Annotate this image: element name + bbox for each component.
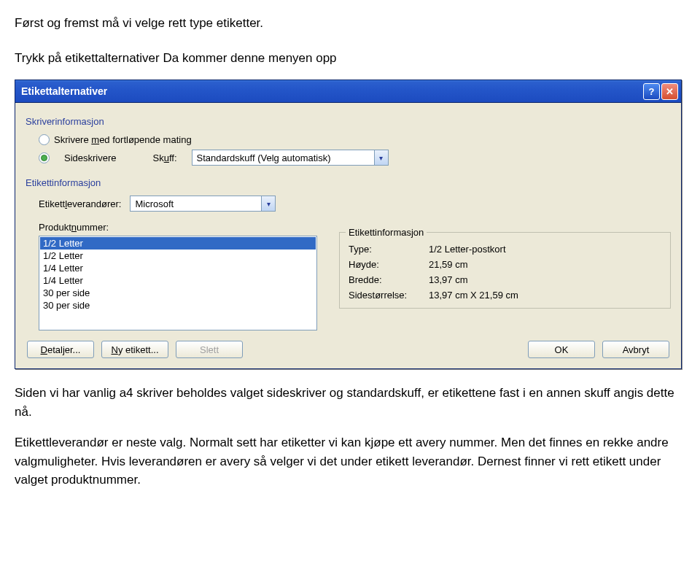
product-columns: Produktnummer: 1/2 Letter 1/2 Letter 1/4… [26, 217, 671, 330]
width-value: 13,97 cm [429, 274, 661, 285]
radio-continuous-label: Skrivere med fortløpende mating [54, 134, 192, 145]
vendor-value: Microsoft [135, 198, 174, 209]
after-paragraphs: Siden vi har vanlig a4 skriver beholdes … [15, 384, 685, 490]
intro-paragraph: Først og fremst må vi velge rett type et… [15, 15, 685, 66]
delete-button: Slett [176, 341, 243, 358]
type-label: Type: [349, 244, 429, 255]
height-value: 21,59 cm [429, 259, 661, 270]
tray-dropdown[interactable]: Standardskuff (Velg automatisk) ▾ [192, 150, 389, 166]
label-info-box: Etikettinformasjon Type: 1/2 Letter-post… [339, 232, 671, 309]
button-row: Detaljer... Ny etikett... Slett OK Avbry… [26, 341, 671, 358]
tray-value: Standardskuff (Velg automatisk) [197, 152, 331, 163]
chevron-down-icon[interactable]: ▾ [374, 150, 388, 165]
radio-page-label: Sideskrivere [64, 152, 117, 163]
vendor-dropdown[interactable]: Microsoft ▾ [130, 196, 276, 212]
product-list-column: Produktnummer: 1/2 Letter 1/2 Letter 1/4… [26, 217, 317, 330]
label-info-column: Etikettinformasjon Type: 1/2 Letter-post… [339, 217, 671, 330]
button-group-left: Detaljer... Ny etikett... Slett [27, 341, 243, 358]
vendor-row: Etikettleverandører: Microsoft ▾ [39, 196, 671, 212]
height-label: Høyde: [349, 259, 429, 270]
vendor-label: Etikettleverandører: [39, 198, 121, 209]
dialog-body: Skriverinformasjon Skrivere med fortløpe… [15, 103, 681, 368]
help-icon[interactable]: ? [643, 83, 660, 100]
ok-button[interactable]: OK [528, 341, 595, 358]
list-item[interactable]: 1/4 Letter [40, 274, 316, 287]
close-icon[interactable]: ✕ [661, 83, 678, 100]
width-label: Bredde: [349, 274, 429, 285]
new-label-button[interactable]: Ny etikett... [101, 341, 168, 358]
dialog-title: Etikettalternativer [21, 85, 107, 97]
list-item[interactable]: 1/2 Letter [40, 249, 316, 262]
label-options-dialog: Etikettalternativer ? ✕ Skriverinformasj… [15, 80, 682, 369]
product-number-label: Produktnummer: [39, 222, 317, 233]
pagesize-label: Sidestørrelse: [349, 290, 429, 301]
button-group-right: OK Avbryt [528, 341, 669, 358]
titlebar-buttons: ? ✕ [643, 83, 678, 100]
details-button[interactable]: Detaljer... [27, 341, 94, 358]
printer-info-section: Skriverinformasjon [26, 116, 671, 127]
after-p2: Etikettleverandør er neste valg. Normalt… [15, 433, 685, 490]
product-listbox[interactable]: 1/2 Letter 1/2 Letter 1/4 Letter 1/4 Let… [39, 236, 317, 330]
cancel-button[interactable]: Avbryt [602, 341, 669, 358]
radio-icon[interactable] [39, 152, 50, 163]
list-item[interactable]: 1/2 Letter [40, 237, 316, 249]
pagesize-value: 13,97 cm X 21,59 cm [429, 290, 661, 301]
intro-line2: Trykk på etikettalternativer Da kommer d… [15, 50, 685, 67]
type-value: 1/2 Letter-postkort [429, 244, 661, 255]
titlebar: Etikettalternativer ? ✕ [15, 80, 681, 103]
radio-continuous-row[interactable]: Skrivere med fortløpende mating [39, 134, 671, 145]
intro-line1: Først og fremst må vi velge rett type et… [15, 15, 685, 32]
after-p1: Siden vi har vanlig a4 skriver beholdes … [15, 384, 685, 421]
radio-icon[interactable] [39, 134, 50, 145]
tray-label: Skuff: [153, 152, 177, 163]
info-box-title: Etikettinformasjon [346, 227, 427, 238]
label-info-section: Etikettinformasjon [26, 177, 671, 188]
list-item[interactable]: 30 per side [40, 287, 316, 299]
radio-page-row[interactable]: Sideskrivere Skuff: Standardskuff (Velg … [39, 150, 671, 166]
list-item[interactable]: 30 per side [40, 299, 316, 312]
chevron-down-icon[interactable]: ▾ [261, 196, 275, 211]
list-item[interactable]: 1/4 Letter [40, 262, 316, 274]
